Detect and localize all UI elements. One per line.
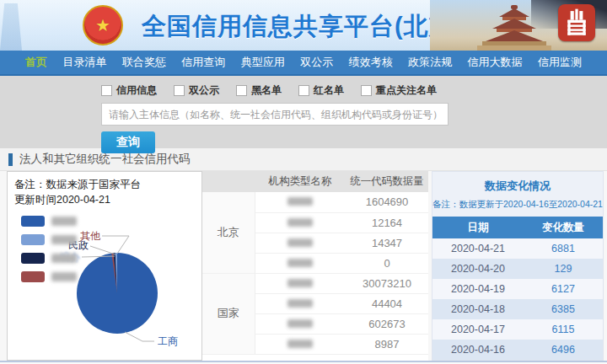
checkbox-label: 信用信息 (116, 83, 157, 98)
nav-item-home[interactable]: 首页 (25, 55, 47, 70)
nav-item-big-data[interactable]: 信用大数据 (468, 55, 523, 70)
group-header (202, 171, 255, 192)
change-value-cell: 6881 (524, 238, 603, 259)
value-cell: 1604690 (346, 192, 428, 212)
beijing-seal-icon (558, 4, 595, 41)
value-cell: 14347 (346, 233, 428, 253)
group-cell-national: 国家 (202, 273, 255, 354)
changes-note: 备注：数据更新于2020-04-16至2020-04-21 (432, 194, 603, 217)
type-cell-blurred (255, 253, 346, 273)
type-cell-blurred (255, 192, 346, 212)
value-cell: 8987 (346, 334, 428, 354)
date-cell: 2020-04-17 (432, 319, 524, 340)
legend-swatch (21, 253, 45, 264)
date-cell: 2020-04-16 (432, 340, 524, 360)
chart-update-time: 更新时间2020-04-21 (14, 192, 195, 207)
changes-row: 2020-04-20 129 (432, 259, 603, 279)
legend-item (21, 234, 77, 245)
changes-row: 2020-04-17 6115 (432, 319, 603, 340)
type-header: 机构类型名称 (255, 171, 346, 192)
value-cell: 44404 (346, 293, 428, 313)
dashboard-content: 备注：数据来源于国家平台 更新时间2020-04-21 (0, 171, 607, 362)
query-button[interactable]: 查询 (101, 131, 155, 153)
type-cell-blurred (255, 273, 346, 293)
checkbox-icon[interactable] (101, 85, 112, 96)
value-cell: 30073210 (346, 273, 428, 293)
type-cell-blurred (255, 212, 346, 233)
legend-swatch (21, 271, 45, 282)
change-value-cell: 6127 (524, 279, 603, 299)
table-row: 国家 30073210 (202, 273, 428, 293)
type-cell-blurred (255, 233, 346, 253)
changes-row: 2020-04-18 6385 (432, 299, 603, 319)
legend-label-blurred (51, 254, 77, 263)
subject-search-input[interactable] (101, 103, 449, 126)
legend-swatch (21, 234, 45, 245)
checkbox-icon[interactable] (174, 85, 185, 96)
date-cell: 2020-04-21 (432, 238, 524, 259)
date-header: 日期 (432, 217, 524, 238)
checkbox-credit-info[interactable]: 信用信息 (101, 83, 157, 98)
checkbox-icon[interactable] (236, 85, 247, 96)
pie-chart-panel: 备注：数据来源于国家平台 更新时间2020-04-21 (7, 171, 202, 361)
nav-item-credit-query[interactable]: 信用查询 (181, 55, 225, 70)
table-row: 北京 1604690 (202, 192, 428, 212)
change-count-header: 变化数量 (524, 217, 603, 238)
nav-item-double-publicity[interactable]: 双公示 (300, 55, 333, 70)
page-header: ★ 全国信用信息共享平台(北京) (0, 0, 607, 51)
checkbox-icon[interactable] (298, 85, 309, 96)
legend-label-blurred (51, 217, 77, 226)
checkbox-watchlist[interactable]: 重点关注名单 (361, 83, 437, 98)
type-cell-blurred (255, 293, 346, 313)
legend-label-blurred (51, 235, 77, 244)
temple-photo (430, 0, 607, 51)
type-cell-blurred (255, 334, 346, 354)
star-icon: ★ (95, 17, 110, 34)
value-header: 统一代码数据量 (346, 171, 428, 192)
changes-row: 2020-04-21 6881 (432, 238, 603, 259)
chart-legend (21, 216, 77, 282)
site-title: 全国信用信息共享平台(北京) (142, 10, 463, 44)
type-cell-blurred (255, 313, 346, 334)
value-cell: 12164 (346, 212, 428, 233)
legend-item (21, 216, 77, 227)
nav-item-typical-apps[interactable]: 典型应用 (241, 55, 285, 70)
checkbox-label: 双公示 (189, 83, 219, 98)
table-header-row: 机构类型名称 统一代码数据量 (202, 171, 428, 192)
checkbox-redlist[interactable]: 红名单 (298, 83, 344, 98)
code-stats-table: 机构类型名称 统一代码数据量 北京 1604690 12164 14347 0 (202, 171, 428, 361)
changes-title: 数据变化情况 (432, 172, 603, 194)
legend-item (21, 271, 77, 282)
pie-chart: 其他 民政 编办 工商 (14, 209, 195, 354)
changes-header-row: 日期 变化数量 (432, 217, 603, 238)
section-tick-icon (8, 153, 13, 166)
change-value-cell: 6385 (524, 299, 603, 319)
date-cell: 2020-04-19 (432, 279, 524, 299)
date-cell: 2020-04-20 (432, 259, 524, 279)
nav-item-catalog[interactable]: 目录清单 (62, 55, 106, 70)
search-section: 信用信息 双公示 黑名单 红名单 重点关注名单 查询 (0, 76, 607, 148)
checkbox-label: 重点关注名单 (376, 83, 437, 98)
value-cell: 602673 (346, 313, 428, 334)
legend-label-blurred (51, 272, 77, 281)
checkbox-icon[interactable] (361, 85, 372, 96)
date-cell: 2020-04-18 (432, 299, 524, 319)
checkbox-label: 红名单 (314, 83, 344, 98)
change-value-cell: 129 (524, 259, 603, 279)
section-header: 法人和其它组织统一社会信用代码 (0, 148, 607, 171)
changes-row: 2020-04-19 6127 (432, 279, 603, 299)
checkbox-double-publicity[interactable]: 双公示 (174, 83, 219, 98)
main-nav: 首页 目录清单 联合奖惩 信用查询 典型应用 双公示 绩效考核 政策法规 信用大… (0, 51, 607, 76)
nav-item-joint-rewards[interactable]: 联合奖惩 (122, 55, 166, 70)
nav-item-monitoring[interactable]: 信用监测 (538, 55, 582, 70)
legend-swatch (21, 216, 45, 227)
china-national-emblem-icon: ★ (83, 5, 123, 46)
section-title: 法人和其它组织统一社会信用代码 (19, 152, 191, 167)
checkbox-blacklist[interactable]: 黑名单 (236, 83, 282, 98)
nav-item-policies[interactable]: 政策法规 (408, 55, 452, 70)
nav-item-performance[interactable]: 绩效考核 (349, 55, 393, 70)
chart-source-note: 备注：数据来源于国家平台 (14, 177, 195, 192)
change-value-cell: 6496 (524, 340, 603, 360)
building-decoration (0, 3, 22, 51)
data-changes-panel: 数据变化情况 备注：数据更新于2020-04-16至2020-04-21 日期 … (432, 171, 604, 361)
